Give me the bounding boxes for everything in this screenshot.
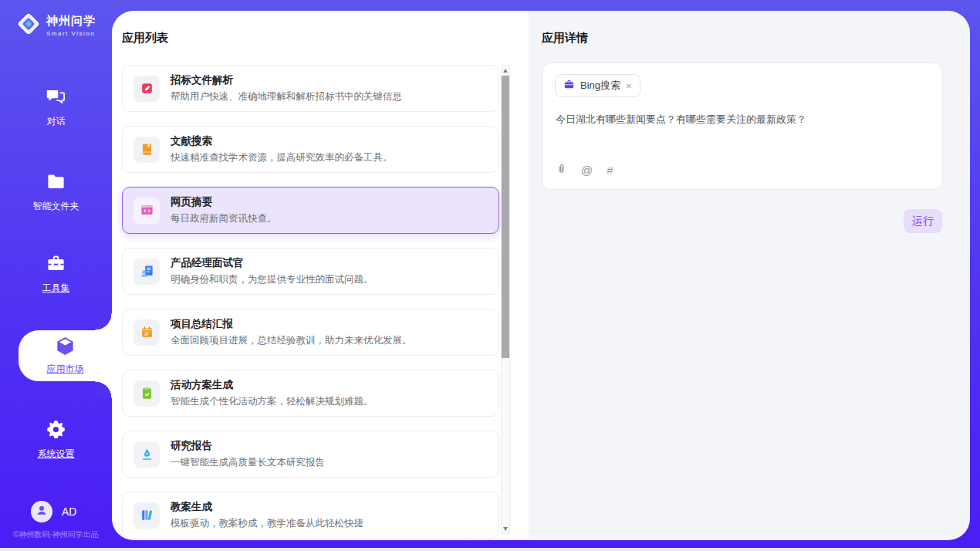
app-card-pm-interviewer[interactable]: 产品经理面试官 明确身份和职责，为您提供专业性的面试问题。 bbox=[122, 248, 499, 295]
app-card-desc: 全面回顾项目进展，总结经验教训，助力未来优化发展。 bbox=[171, 334, 412, 347]
chat-icon bbox=[46, 86, 66, 110]
app-list-title: 应用列表 bbox=[122, 31, 168, 46]
hash-icon[interactable]: # bbox=[607, 164, 613, 177]
main-panel: 应用列表 招标文件解析 帮助用户快速、准确地理解和解析招标书中的关键信息 bbox=[112, 11, 970, 540]
close-icon[interactable]: × bbox=[626, 81, 632, 91]
folder-icon bbox=[46, 171, 66, 195]
book-icon bbox=[133, 137, 160, 163]
brand-subtitle: Smart Vision bbox=[46, 30, 96, 37]
cube-icon bbox=[55, 336, 76, 360]
tool-tag-bing-search[interactable]: Bing搜索 × bbox=[555, 74, 640, 97]
tool-tag-label: Bing搜索 bbox=[580, 79, 620, 93]
app-list-panel: 应用列表 招标文件解析 帮助用户快速、准确地理解和解析招标书中的关键信息 bbox=[112, 11, 529, 540]
sidebar: 神州问学 Smart Vision 对话 智能文件夹 工具集 bbox=[0, 0, 112, 548]
app-card-research-report[interactable]: 研究报告 一键智能生成高质量长文本研究报告 bbox=[122, 431, 499, 478]
app-detail-panel: 应用详情 Bing搜索 × 今日湖北有哪些新闻要点？有哪些需要关注的最新政策？ … bbox=[529, 11, 970, 540]
app-card-event-plan[interactable]: 活动方案生成 智能生成个性化活动方案，轻松解决规划难题。 bbox=[122, 370, 499, 417]
sidebar-item-label: 工具集 bbox=[42, 282, 70, 295]
run-button[interactable]: 运行 bbox=[904, 209, 942, 233]
mention-at-icon[interactable]: @ bbox=[581, 164, 593, 177]
app-card-title: 网页摘要 bbox=[171, 195, 277, 209]
paperclip-icon[interactable] bbox=[556, 162, 567, 178]
input-toolbar: @ # bbox=[556, 162, 613, 178]
sidebar-item-label: 智能文件夹 bbox=[33, 200, 79, 213]
app-card-desc: 每日政府新闻资讯快查。 bbox=[171, 212, 277, 225]
gem-logo-icon bbox=[15, 11, 42, 40]
app-detail-title: 应用详情 bbox=[542, 31, 588, 46]
books-icon bbox=[133, 502, 160, 529]
brand-name: 神州问学 bbox=[46, 14, 96, 29]
app-card-desc: 帮助用户快速、准确地理解和解析招标书中的关键信息 bbox=[171, 90, 402, 103]
brand-logo: 神州问学 Smart Vision bbox=[15, 11, 96, 40]
app-card-desc: 模板驱动，教案秒成，教学准备从此轻松快捷 bbox=[171, 517, 363, 530]
scrollbar-thumb[interactable] bbox=[502, 76, 509, 358]
sidebar-item-toolset[interactable]: 工具集 bbox=[0, 253, 112, 295]
user-account[interactable]: AD bbox=[31, 501, 76, 522]
bubble-fillet-bottom bbox=[95, 381, 112, 398]
bubble-fillet-top bbox=[95, 313, 112, 330]
app-card-title: 项目总结汇报 bbox=[171, 317, 412, 331]
app-card-lesson-plan[interactable]: 教案生成 模板驱动，教案秒成，教学准备从此轻松快捷 bbox=[122, 492, 499, 539]
app-card-desc: 明确身份和职责，为您提供专业性的面试问题。 bbox=[171, 273, 373, 286]
briefcase-icon bbox=[563, 79, 575, 93]
sidebar-item-label: 系统设置 bbox=[38, 448, 75, 461]
query-input[interactable]: 今日湖北有哪些新闻要点？有哪些需要关注的最新政策？ bbox=[556, 113, 930, 127]
calendar-icon bbox=[133, 319, 160, 346]
interviewer-icon bbox=[133, 259, 160, 285]
sidebar-item-settings[interactable]: 系统设置 bbox=[0, 419, 112, 461]
avatar bbox=[31, 501, 52, 522]
app-card-list: 招标文件解析 帮助用户快速、准确地理解和解析招标书中的关键信息 文献搜索 快速精… bbox=[122, 65, 499, 540]
scroll-down-icon[interactable] bbox=[502, 524, 509, 533]
app-card-title: 活动方案生成 bbox=[171, 378, 373, 392]
app-card-title: 教案生成 bbox=[171, 500, 363, 514]
app-card-desc: 一键智能生成高质量长文本研究报告 bbox=[171, 456, 325, 469]
app-card-literature-search[interactable]: 文献搜索 快速精准查找学术资源，提高研究效率的必备工具。 bbox=[122, 126, 499, 173]
sidebar-item-chat[interactable]: 对话 bbox=[0, 86, 112, 128]
sidebar-item-app-market-active[interactable]: 应用市场 bbox=[19, 330, 112, 381]
clipboard-check-icon bbox=[133, 380, 160, 407]
app-card-title: 研究报告 bbox=[171, 439, 325, 453]
app-card-web-summary-selected[interactable]: 网页摘要 每日政府新闻资讯快查。 bbox=[122, 187, 499, 234]
gear-icon bbox=[46, 419, 66, 443]
browser-code-icon bbox=[133, 198, 160, 224]
app-card-title: 招标文件解析 bbox=[171, 73, 402, 87]
pen-nib-icon bbox=[133, 441, 160, 468]
copyright-text: ©神州数码·神州问学出品 bbox=[0, 529, 112, 540]
app-card-bid-parse[interactable]: 招标文件解析 帮助用户快速、准确地理解和解析招标书中的关键信息 bbox=[122, 65, 499, 112]
app-background: 神州问学 Smart Vision 对话 智能文件夹 工具集 bbox=[0, 0, 980, 548]
bottom-strip bbox=[0, 548, 980, 551]
app-card-title: 文献搜索 bbox=[171, 134, 393, 148]
sidebar-item-label: 对话 bbox=[47, 115, 66, 128]
user-initials: AD bbox=[62, 505, 76, 518]
app-card-desc: 智能生成个性化活动方案，轻松解决规划难题。 bbox=[171, 395, 373, 408]
app-card-title: 产品经理面试官 bbox=[171, 256, 373, 270]
app-card-desc: 快速精准查找学术资源，提高研究效率的必备工具。 bbox=[171, 151, 393, 164]
scroll-up-icon[interactable] bbox=[502, 66, 509, 75]
person-icon bbox=[35, 503, 49, 520]
sidebar-item-smart-folder[interactable]: 智能文件夹 bbox=[0, 171, 112, 213]
prompt-card: Bing搜索 × 今日湖北有哪些新闻要点？有哪些需要关注的最新政策？ @ # bbox=[542, 63, 943, 190]
edit-square-icon bbox=[133, 76, 160, 102]
toolbox-icon bbox=[46, 253, 66, 277]
app-card-project-summary[interactable]: 项目总结汇报 全面回顾项目进展，总结经验教训，助力未来优化发展。 bbox=[122, 309, 499, 356]
app-list-scrollbar[interactable] bbox=[501, 65, 510, 534]
sidebar-item-label: 应用市场 bbox=[47, 363, 84, 376]
